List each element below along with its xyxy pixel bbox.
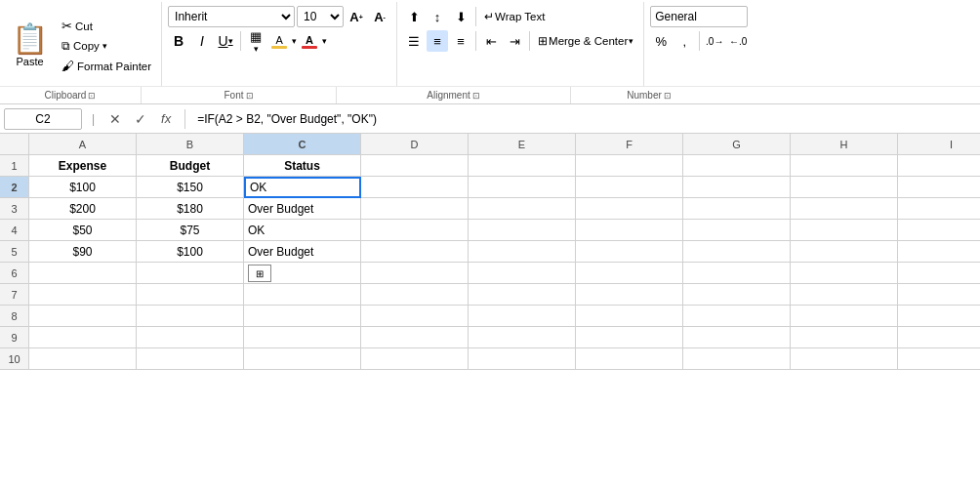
font-size-select[interactable]: 10 <box>297 6 344 27</box>
col-header-A[interactable]: A <box>29 134 137 155</box>
italic-button[interactable]: I <box>191 30 213 52</box>
cell-A5[interactable]: $90 <box>29 241 137 263</box>
merge-dropdown-arrow[interactable]: ▾ <box>629 36 633 46</box>
cell-H2[interactable] <box>791 177 898 198</box>
fill-color-dropdown[interactable]: ▾ <box>292 36 297 46</box>
cell-G5[interactable] <box>683 241 791 263</box>
cell-H7[interactable] <box>791 284 898 306</box>
col-header-I[interactable]: I <box>898 134 980 155</box>
copy-dropdown-arrow[interactable]: ▾ <box>102 41 107 51</box>
cell-A1[interactable]: Expense <box>29 155 137 177</box>
align-middle-button[interactable]: ↕ <box>427 6 448 27</box>
cell-G1[interactable] <box>683 155 791 177</box>
cell-C3[interactable]: Over Budget <box>244 198 361 220</box>
font-color-dropdown[interactable]: ▾ <box>322 36 327 46</box>
cut-button[interactable]: ✂ Cut <box>58 17 155 35</box>
cell-B8[interactable] <box>137 306 244 327</box>
number-expand-icon[interactable]: ⊡ <box>664 91 672 101</box>
cell-D3[interactable] <box>361 198 469 220</box>
col-header-H[interactable]: H <box>791 134 898 155</box>
cell-B9[interactable] <box>137 327 244 348</box>
cell-C10[interactable] <box>244 348 361 370</box>
cell-B5[interactable]: $100 <box>137 241 244 263</box>
cell-D7[interactable] <box>361 284 469 306</box>
align-center-button[interactable]: ≡ <box>427 30 448 52</box>
cell-C5[interactable]: Over Budget <box>244 241 361 263</box>
col-header-B[interactable]: B <box>137 134 244 155</box>
row-num-8[interactable]: 8 <box>0 306 29 327</box>
col-header-G[interactable]: G <box>683 134 791 155</box>
cell-F5[interactable] <box>576 241 683 263</box>
fill-color-button[interactable]: A <box>268 30 290 52</box>
cell-I7[interactable] <box>898 284 980 306</box>
cell-I8[interactable] <box>898 306 980 327</box>
number-format-input[interactable] <box>650 6 748 27</box>
cell-H3[interactable] <box>791 198 898 220</box>
cell-C9[interactable] <box>244 327 361 348</box>
font-name-select[interactable]: Inherit <box>168 6 295 27</box>
row-num-4[interactable]: 4 <box>0 220 29 241</box>
col-header-C[interactable]: C <box>244 134 361 155</box>
cell-B6[interactable] <box>137 263 244 284</box>
cell-G7[interactable] <box>683 284 791 306</box>
cell-E5[interactable] <box>469 241 576 263</box>
cell-E9[interactable] <box>469 327 576 348</box>
align-left-button[interactable]: ☰ <box>403 30 425 52</box>
cell-F10[interactable] <box>576 348 683 370</box>
cell-I10[interactable] <box>898 348 980 370</box>
cell-E7[interactable] <box>469 284 576 306</box>
cell-D2[interactable] <box>361 177 469 198</box>
cell-A6[interactable] <box>29 263 137 284</box>
cell-B1[interactable]: Budget <box>137 155 244 177</box>
percent-button[interactable]: % <box>650 30 672 52</box>
wrap-text-button[interactable]: ↵ Wrap Text <box>480 8 549 25</box>
cell-B7[interactable] <box>137 284 244 306</box>
cell-C1[interactable]: Status <box>244 155 361 177</box>
cell-F3[interactable] <box>576 198 683 220</box>
cell-G3[interactable] <box>683 198 791 220</box>
border-button[interactable]: ▦▾ <box>245 30 266 52</box>
cell-F7[interactable] <box>576 284 683 306</box>
cell-G9[interactable] <box>683 327 791 348</box>
cell-F9[interactable] <box>576 327 683 348</box>
cell-F6[interactable] <box>576 263 683 284</box>
cell-I1[interactable] <box>898 155 980 177</box>
comma-button[interactable]: , <box>674 30 695 52</box>
cell-A2[interactable]: $100 <box>29 177 137 198</box>
font-color-button[interactable]: A <box>299 30 320 52</box>
underline-button[interactable]: U ▾ <box>215 30 236 52</box>
cell-reference-input[interactable] <box>4 108 82 130</box>
cell-I3[interactable] <box>898 198 980 220</box>
clipboard-expand-icon[interactable]: ⊡ <box>88 91 96 101</box>
cell-I2[interactable] <box>898 177 980 198</box>
row-num-1[interactable]: 1 <box>0 155 29 177</box>
cell-H1[interactable] <box>791 155 898 177</box>
align-right-button[interactable]: ≡ <box>450 30 471 52</box>
cell-G2[interactable] <box>683 177 791 198</box>
formula-input[interactable] <box>193 111 976 127</box>
cell-B3[interactable]: $180 <box>137 198 244 220</box>
cell-H10[interactable] <box>791 348 898 370</box>
fx-button[interactable]: fx <box>155 108 177 130</box>
increase-indent-button[interactable]: ⇥ <box>504 30 525 52</box>
cell-D4[interactable] <box>361 220 469 241</box>
cell-H9[interactable] <box>791 327 898 348</box>
col-header-D[interactable]: D <box>361 134 469 155</box>
cell-I5[interactable] <box>898 241 980 263</box>
formula-cancel-button[interactable]: ✕ <box>104 108 126 130</box>
cell-D5[interactable] <box>361 241 469 263</box>
cell-F2[interactable] <box>576 177 683 198</box>
cell-E6[interactable] <box>469 263 576 284</box>
align-top-button[interactable]: ⬆ <box>403 6 425 27</box>
merge-center-button[interactable]: ⊞ Merge & Center ▾ <box>534 32 637 50</box>
row-num-7[interactable]: 7 <box>0 284 29 306</box>
cell-C2[interactable]: OK <box>244 177 361 198</box>
cell-F1[interactable] <box>576 155 683 177</box>
grow-font-button[interactable]: A+ <box>346 6 367 27</box>
cell-B2[interactable]: $150 <box>137 177 244 198</box>
cell-F4[interactable] <box>576 220 683 241</box>
row-num-2[interactable]: 2 <box>0 177 29 198</box>
cell-B10[interactable] <box>137 348 244 370</box>
cell-F8[interactable] <box>576 306 683 327</box>
cell-D8[interactable] <box>361 306 469 327</box>
